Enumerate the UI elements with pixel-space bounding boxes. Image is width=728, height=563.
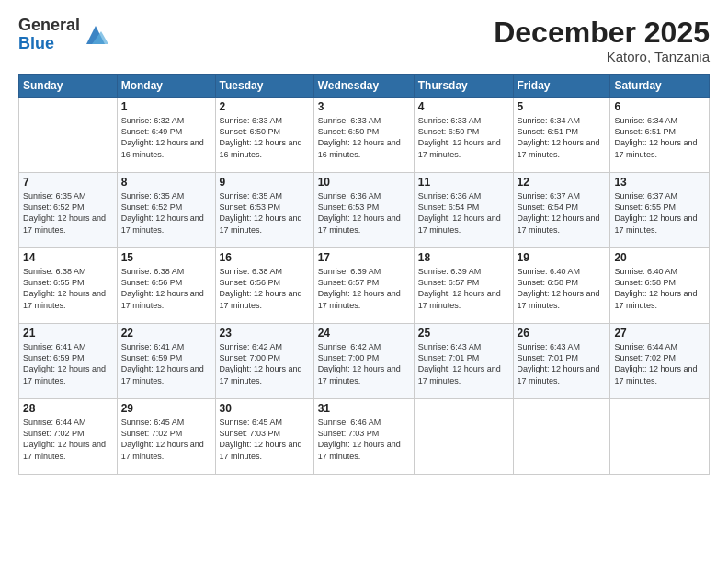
sunset-text: Sunset: 6:49 PM <box>121 127 183 136</box>
calendar-cell: 23 Sunrise: 6:42 AM Sunset: 7:00 PM Dayl… <box>215 324 313 399</box>
day-info: Sunrise: 6:45 AM Sunset: 7:02 PM Dayligh… <box>121 417 211 462</box>
day-info: Sunrise: 6:45 AM Sunset: 7:03 PM Dayligh… <box>220 417 310 462</box>
calendar-week-row: 7 Sunrise: 6:35 AM Sunset: 6:52 PM Dayli… <box>19 173 710 248</box>
col-saturday: Saturday <box>610 75 710 98</box>
day-number: 28 <box>23 402 113 415</box>
day-info: Sunrise: 6:32 AM Sunset: 6:49 PM Dayligh… <box>121 115 211 160</box>
calendar-cell: 18 Sunrise: 6:39 AM Sunset: 6:57 PM Dayl… <box>414 248 513 324</box>
calendar-cell: 9 Sunrise: 6:35 AM Sunset: 6:53 PM Dayli… <box>215 173 313 248</box>
calendar-cell: 2 Sunrise: 6:33 AM Sunset: 6:50 PM Dayli… <box>215 98 313 173</box>
sunset-text: Sunset: 6:51 PM <box>614 127 676 136</box>
location-subtitle: Katoro, Tanzania <box>494 49 710 64</box>
header: General Blue December 2025 Katoro, Tanza… <box>18 17 710 64</box>
sunrise-text: Sunrise: 6:33 AM <box>318 116 381 125</box>
day-info: Sunrise: 6:34 AM Sunset: 6:51 PM Dayligh… <box>518 115 607 160</box>
sunrise-text: Sunrise: 6:37 AM <box>518 191 581 201</box>
sunrise-text: Sunrise: 6:36 AM <box>418 191 482 201</box>
calendar-cell: 24 Sunrise: 6:42 AM Sunset: 7:00 PM Dayl… <box>313 324 414 399</box>
calendar-cell: 16 Sunrise: 6:38 AM Sunset: 6:56 PM Dayl… <box>215 248 313 324</box>
calendar-cell: 5 Sunrise: 6:34 AM Sunset: 6:51 PM Dayli… <box>513 98 610 173</box>
sunrise-text: Sunrise: 6:32 AM <box>121 116 185 125</box>
sunset-text: Sunset: 6:50 PM <box>318 127 380 136</box>
calendar-cell: 6 Sunrise: 6:34 AM Sunset: 6:51 PM Dayli… <box>610 98 710 173</box>
day-number: 26 <box>518 327 607 339</box>
daylight-text: Daylight: 12 hours and 16 minutes. <box>318 138 401 158</box>
sunset-text: Sunset: 6:58 PM <box>614 278 676 287</box>
day-number: 27 <box>614 327 705 339</box>
calendar-cell: 15 Sunrise: 6:38 AM Sunset: 6:56 PM Dayl… <box>117 248 215 324</box>
calendar-cell: 17 Sunrise: 6:39 AM Sunset: 6:57 PM Dayl… <box>313 248 414 324</box>
day-info: Sunrise: 6:44 AM Sunset: 7:02 PM Dayligh… <box>23 417 113 462</box>
day-number: 23 <box>220 327 310 339</box>
calendar-week-row: 21 Sunrise: 6:41 AM Sunset: 6:59 PM Dayl… <box>19 324 710 399</box>
sunset-text: Sunset: 6:51 PM <box>518 127 579 136</box>
sunset-text: Sunset: 7:03 PM <box>220 429 281 438</box>
sunset-text: Sunset: 7:00 PM <box>220 353 281 362</box>
day-info: Sunrise: 6:38 AM Sunset: 6:56 PM Dayligh… <box>220 266 310 311</box>
day-number: 16 <box>220 251 310 264</box>
calendar-cell <box>19 98 118 173</box>
day-info: Sunrise: 6:33 AM Sunset: 6:50 PM Dayligh… <box>418 115 509 160</box>
calendar-cell: 20 Sunrise: 6:40 AM Sunset: 6:58 PM Dayl… <box>610 248 710 324</box>
sunrise-text: Sunrise: 6:41 AM <box>121 342 185 351</box>
daylight-text: Daylight: 12 hours and 17 minutes. <box>418 364 501 385</box>
daylight-text: Daylight: 12 hours and 17 minutes. <box>23 289 106 309</box>
day-info: Sunrise: 6:36 AM Sunset: 6:54 PM Dayligh… <box>418 190 509 236</box>
sunset-text: Sunset: 6:54 PM <box>418 202 480 212</box>
calendar-cell: 21 Sunrise: 6:41 AM Sunset: 6:59 PM Dayl… <box>19 324 118 399</box>
daylight-text: Daylight: 12 hours and 17 minutes. <box>220 440 302 460</box>
daylight-text: Daylight: 12 hours and 17 minutes. <box>121 289 204 309</box>
day-number: 21 <box>23 327 113 339</box>
calendar-cell: 12 Sunrise: 6:37 AM Sunset: 6:54 PM Dayl… <box>513 173 610 248</box>
daylight-text: Daylight: 12 hours and 17 minutes. <box>614 213 697 234</box>
daylight-text: Daylight: 12 hours and 16 minutes. <box>220 138 302 158</box>
day-number: 22 <box>121 327 211 339</box>
calendar-cell: 1 Sunrise: 6:32 AM Sunset: 6:49 PM Dayli… <box>117 98 215 173</box>
sunset-text: Sunset: 6:56 PM <box>220 278 281 287</box>
sunset-text: Sunset: 7:03 PM <box>318 429 380 438</box>
day-number: 2 <box>220 100 310 113</box>
daylight-text: Daylight: 12 hours and 17 minutes. <box>220 213 302 234</box>
sunrise-text: Sunrise: 6:37 AM <box>614 191 677 201</box>
daylight-text: Daylight: 12 hours and 17 minutes. <box>121 364 204 385</box>
day-number: 29 <box>121 402 211 415</box>
day-number: 8 <box>121 176 211 189</box>
sunset-text: Sunset: 6:58 PM <box>518 278 579 287</box>
day-number: 20 <box>614 251 705 264</box>
calendar-cell: 11 Sunrise: 6:36 AM Sunset: 6:54 PM Dayl… <box>414 173 513 248</box>
day-number: 3 <box>318 100 410 113</box>
daylight-text: Daylight: 12 hours and 17 minutes. <box>121 440 204 460</box>
sunrise-text: Sunrise: 6:35 AM <box>23 191 86 201</box>
sunset-text: Sunset: 6:57 PM <box>318 278 380 287</box>
day-info: Sunrise: 6:40 AM Sunset: 6:58 PM Dayligh… <box>614 266 705 311</box>
sunrise-text: Sunrise: 6:33 AM <box>220 116 283 125</box>
daylight-text: Daylight: 12 hours and 17 minutes. <box>318 364 401 385</box>
calendar-cell: 7 Sunrise: 6:35 AM Sunset: 6:52 PM Dayli… <box>19 173 118 248</box>
day-number: 19 <box>518 251 607 264</box>
day-info: Sunrise: 6:40 AM Sunset: 6:58 PM Dayligh… <box>518 266 607 311</box>
sunrise-text: Sunrise: 6:42 AM <box>220 342 283 351</box>
day-number: 4 <box>418 100 509 113</box>
col-friday: Friday <box>513 75 610 98</box>
day-info: Sunrise: 6:43 AM Sunset: 7:01 PM Dayligh… <box>418 341 509 386</box>
sunset-text: Sunset: 6:59 PM <box>23 353 85 362</box>
sunrise-text: Sunrise: 6:33 AM <box>418 116 482 125</box>
sunrise-text: Sunrise: 6:35 AM <box>121 191 185 201</box>
day-number: 17 <box>318 251 410 264</box>
sunrise-text: Sunrise: 6:40 AM <box>614 267 677 276</box>
day-number: 13 <box>614 176 705 189</box>
col-tuesday: Tuesday <box>215 75 313 98</box>
day-number: 10 <box>318 176 410 189</box>
sunset-text: Sunset: 6:50 PM <box>418 127 480 136</box>
day-info: Sunrise: 6:36 AM Sunset: 6:53 PM Dayligh… <box>318 190 410 236</box>
day-number: 31 <box>318 402 410 415</box>
daylight-text: Daylight: 12 hours and 17 minutes. <box>23 213 106 234</box>
calendar-week-row: 28 Sunrise: 6:44 AM Sunset: 7:02 PM Dayl… <box>19 399 710 475</box>
daylight-text: Daylight: 12 hours and 17 minutes. <box>220 364 302 385</box>
sunrise-text: Sunrise: 6:41 AM <box>23 342 86 351</box>
daylight-text: Daylight: 12 hours and 17 minutes. <box>418 138 501 158</box>
calendar-cell: 29 Sunrise: 6:45 AM Sunset: 7:02 PM Dayl… <box>117 399 215 475</box>
day-info: Sunrise: 6:35 AM Sunset: 6:53 PM Dayligh… <box>220 190 310 236</box>
sunrise-text: Sunrise: 6:38 AM <box>121 267 185 276</box>
calendar-header-row: Sunday Monday Tuesday Wednesday Thursday… <box>19 75 710 98</box>
